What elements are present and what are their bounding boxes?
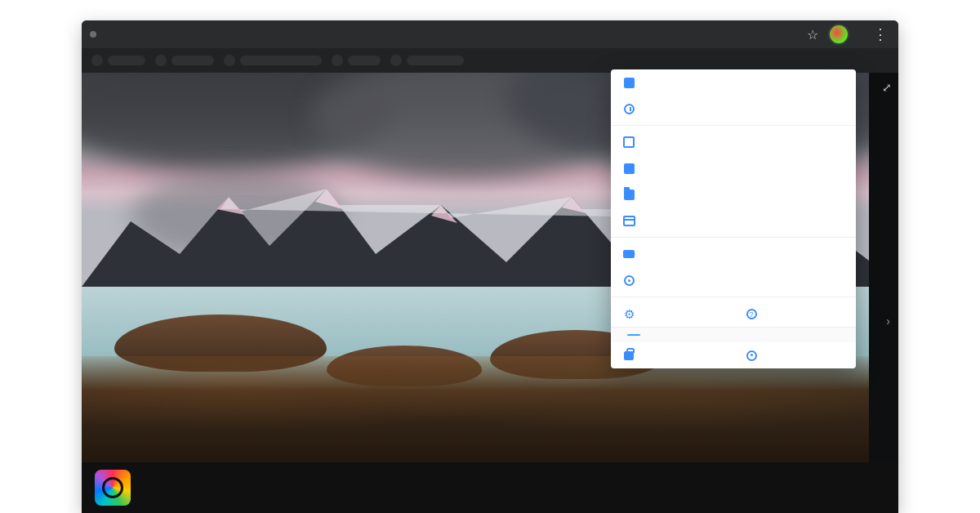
extension-popup: ⚙ ? [611,69,856,368]
monitor-icon [622,76,635,89]
page-icon [622,162,635,175]
menu-capture-entire[interactable] [611,155,856,181]
upgrade-badge[interactable] [627,334,640,336]
menu-my-recordings[interactable] [611,267,856,293]
caption-bar [82,462,898,513]
viewport-right-strip [869,73,898,462]
menu-my-projects[interactable] [611,342,733,368]
bookmark-item[interactable] [172,56,214,65]
selection-icon [622,136,635,149]
bookmark-item[interactable] [155,55,167,66]
bookmark-item[interactable] [390,55,402,66]
bookmark-item[interactable] [348,56,381,65]
awesome-screenshot-extension-icon[interactable] [828,24,849,45]
bookmark-item[interactable] [332,55,343,66]
menu-capture-visible[interactable] [611,69,856,96]
folder-icon [622,188,635,201]
address-bar: ☆ ⋮ [82,20,898,48]
bookmark-item[interactable] [224,55,235,66]
menu-help[interactable]: ? [733,301,856,327]
menu-record-screen[interactable] [611,241,856,267]
user-icon [745,349,758,362]
awesome-screenshot-logo-icon [95,470,131,506]
separator [611,125,856,126]
menu-select-local[interactable] [611,181,856,207]
gear-icon: ⚙ [622,307,635,320]
chevron-right-icon[interactable]: › [886,314,890,328]
bookmark-item[interactable] [91,55,103,66]
window-icon [622,214,635,227]
menu-delayed-capture[interactable] [611,96,856,122]
tab-indicator-icon [90,31,96,38]
camera-icon [622,248,635,261]
timer-icon [622,102,635,115]
user-row [611,327,856,342]
bookmark-item[interactable] [240,56,322,65]
browser-menu-icon[interactable]: ⋮ [871,27,890,42]
bookmark-item[interactable] [108,56,145,65]
menu-capture-selected[interactable] [611,129,856,155]
separator [611,297,856,297]
menu-options[interactable]: ⚙ [611,301,733,327]
disc-icon [622,274,635,287]
briefcase-icon [622,349,635,362]
help-icon: ? [745,307,758,320]
bookmark-item[interactable] [407,56,464,65]
menu-account[interactable] [733,342,856,368]
separator [611,237,856,238]
exit-fullscreen-icon[interactable]: ⤢ [882,81,892,94]
bookmark-star-icon[interactable]: ☆ [802,27,823,42]
menu-capture-desktop[interactable] [611,207,856,234]
browser-window: ☆ ⋮ [82,20,898,513]
